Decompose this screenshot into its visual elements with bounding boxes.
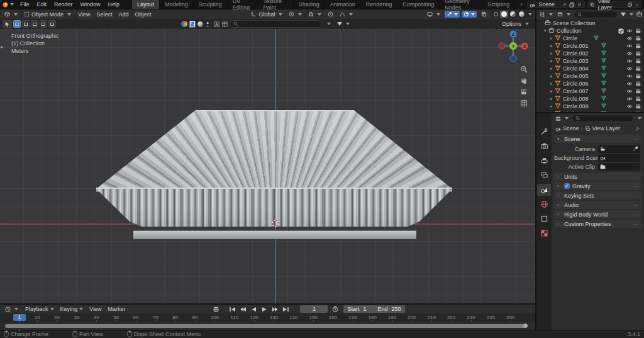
outliner-object-circle-006[interactable]: ▸Circle.006 [536,80,644,87]
shading-solid-button[interactable] [500,11,508,18]
navigation-gizmo[interactable]: Z X Y [498,30,528,63]
outliner-object-circle-002[interactable]: ▸Circle.002 [536,50,644,57]
camera-icon[interactable] [635,65,641,72]
select-mode-invert-button[interactable] [40,20,47,28]
scene-selector[interactable]: Scene [527,1,585,8]
eye-icon[interactable] [626,43,633,49]
viewport-menu-view[interactable]: View [75,11,93,18]
timeline-menu-view[interactable]: View [86,305,104,313]
gizmos-toggle[interactable] [445,11,460,18]
outliner-display-mode-button[interactable] [556,11,572,18]
panel-gravity[interactable]: ›✓Gravity— [554,182,641,190]
breadcrumb-view-layer[interactable]: View Layer [592,125,620,132]
pin-icon[interactable] [635,126,640,132]
outliner-collection[interactable]: ▾Collection [536,27,644,35]
workspace-tab-compositing[interactable]: Compositing [397,0,440,9]
filter-dropdown[interactable] [323,22,333,26]
menu-window[interactable]: Window [77,0,104,9]
viewport-menu-add[interactable]: Add [115,11,131,18]
eye-icon[interactable] [626,81,633,87]
viewport-menu-object[interactable]: Object [131,11,154,18]
add-workspace-button[interactable]: + [515,1,527,8]
font-filter-icon[interactable] [213,21,220,28]
outliner-search-input[interactable] [574,11,618,18]
outliner-object-circle-007[interactable]: ▸Circle.007 [536,87,644,95]
image-grid-filter-icon[interactable] [221,21,228,28]
proportional-edit-toggle[interactable] [325,11,336,18]
background-scene-field[interactable] [598,154,640,162]
panel-keying-sets[interactable]: ›Keying Sets— [554,191,641,200]
pan-button[interactable] [519,76,528,84]
panel-units[interactable]: ›Units— [554,172,641,181]
panel-grip-icon[interactable]: — [633,193,638,198]
panel-grip-icon[interactable]: — [633,211,638,217]
disclosure-triangle-icon[interactable]: ▾ [544,28,548,33]
gizmo-z-neg-axis[interactable] [510,55,516,62]
eye-icon[interactable] [626,65,633,72]
properties-search-input[interactable] [572,115,634,122]
timeline-scrollbar-handle[interactable] [523,324,528,328]
current-frame-field[interactable]: 1 [300,305,328,313]
workspace-tab-rendering[interactable]: Rendering [361,0,398,9]
viewport-menu-select[interactable]: Select [93,11,115,18]
eyedropper-icon[interactable] [633,146,638,152]
camera-icon[interactable] [635,73,641,79]
remove-view-layer-icon[interactable] [635,2,639,8]
tab-output[interactable] [537,155,551,167]
camera-icon[interactable] [635,111,641,112]
play-reverse-button[interactable] [249,305,258,313]
chevron-down-icon[interactable] [638,117,641,120]
eye-icon[interactable] [626,103,633,110]
camera-icon[interactable] [635,35,641,42]
tab-view-layer[interactable] [537,169,551,181]
gizmo-x-neg-axis[interactable] [499,43,505,49]
view-layer-selector[interactable]: View Layer [587,1,641,8]
select-mode-intersect-button[interactable] [48,20,56,28]
camera-icon[interactable] [635,103,641,110]
disclosure-triangle-icon[interactable]: ▸ [550,59,555,64]
active-tool-button[interactable] [3,20,12,28]
tab-render[interactable] [537,140,551,152]
pin-icon[interactable] [562,2,567,8]
active-clip-field[interactable] [598,163,640,171]
camera-icon[interactable] [635,81,641,87]
camera-icon[interactable] [635,28,641,34]
panel-audio[interactable]: ›Audio— [554,201,641,209]
timeline-menu-keying[interactable]: Keying [57,305,87,313]
unlink-scene-icon[interactable] [577,2,582,8]
select-mode-subtract-button[interactable] [31,20,38,28]
menu-help[interactable]: Help [104,0,124,9]
auto-keying-toggle[interactable] [211,305,220,313]
vertex-group-filter-icon[interactable] [205,21,212,28]
breadcrumb-scene[interactable]: Scene [563,125,579,132]
panel-grip-icon[interactable]: — [633,174,638,179]
disclosure-triangle-icon[interactable]: ▸ [550,111,555,112]
outliner-object-circle-005[interactable]: ▸Circle.005 [536,72,644,80]
visibility-dropdown[interactable] [425,11,443,18]
filter-funnel-button[interactable] [335,21,352,26]
shading-rendered-button[interactable] [518,11,526,18]
camera-icon[interactable] [635,58,641,64]
camera-icon[interactable] [635,43,641,49]
workspace-tab-layout[interactable]: Layout [132,0,160,9]
zoom-button[interactable] [519,65,528,73]
orthographic-toggle-button[interactable] [519,99,528,107]
panel-rigid-body-world[interactable]: ›Rigid Body World— [554,210,641,218]
toolbar-expand-icon[interactable]: ▸ [1,44,3,50]
menu-file[interactable]: File [16,0,33,9]
disclosure-triangle-icon[interactable]: ▸ [550,96,555,101]
timeline-editor-type-button[interactable] [3,306,21,313]
menu-edit[interactable]: Edit [33,0,51,9]
checkbox-icon[interactable] [618,28,624,34]
new-scene-icon[interactable] [569,2,575,8]
disclosure-triangle-icon[interactable]: ▸ [550,74,555,79]
tab-texture[interactable] [537,227,551,239]
timeline-ruler[interactable]: 1 10203040506070809010011012013014015016… [0,313,535,322]
eye-icon[interactable] [626,88,633,94]
new-collection-button[interactable] [636,11,642,17]
current-frame-indicator[interactable]: 1 [13,314,26,321]
disclosure-triangle-icon[interactable]: ▸ [550,51,555,56]
camera-icon[interactable] [635,96,641,102]
blender-menu-button[interactable] [0,0,16,9]
transform-orientation-dropdown[interactable]: Global [248,11,285,18]
